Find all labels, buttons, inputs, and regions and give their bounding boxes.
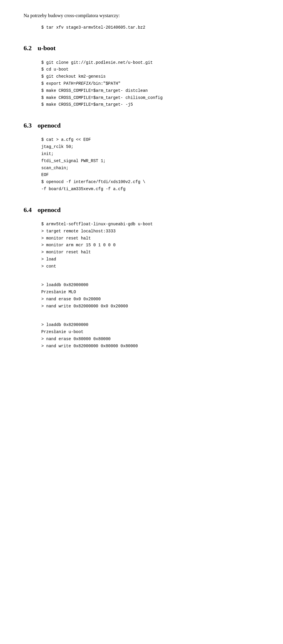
intro-text: Na potrzeby budowy cross-compilatora wys… [24,12,259,19]
section-6-4-code-1: $ armv5tel-softfloat-linux-gnueabi-gdb u… [41,221,259,270]
section-6-2-title: u-boot [38,43,56,53]
section-6-3-code: $ cat > a.cfg << EOF jtag_rclk 50; init;… [41,136,259,193]
section-6-4-number: 6.4 [24,205,32,215]
section-6-4-code-3: > loaddb 0x82000000 Przesłanie u-boot > … [41,314,259,350]
section-6-2: 6.2 u-boot $ git clone git://git.podlesi… [24,43,259,108]
section-6-3-heading: 6.3 openocd [24,120,259,131]
section-6-2-code: $ git clone git://git.podlesie.net/u-boo… [41,59,259,109]
section-6-4-title: openocd [38,205,61,215]
section-6-4-code-2: > loaddb 0x82000000 Przesłanie MLO > nan… [41,275,259,310]
intro-command: $ tar xfv stage3-armv5tel-20140605.tar.b… [41,24,259,31]
section-6-2-number: 6.2 [24,43,32,53]
section-6-4-heading: 6.4 openocd [24,205,259,215]
section-6-2-heading: 6.2 u-boot [24,43,259,53]
prefix-italic: PREFIX [76,81,91,86]
section-6-3-number: 6.3 [24,120,32,131]
intro-section: Na potrzeby budowy cross-compilatora wys… [24,12,259,31]
section-6-3: 6.3 openocd $ cat > a.cfg << EOF jtag_rc… [24,120,259,193]
section-6-3-title: openocd [38,120,61,131]
section-6-4: 6.4 openocd $ armv5tel-softfloat-linux-g… [24,205,259,350]
